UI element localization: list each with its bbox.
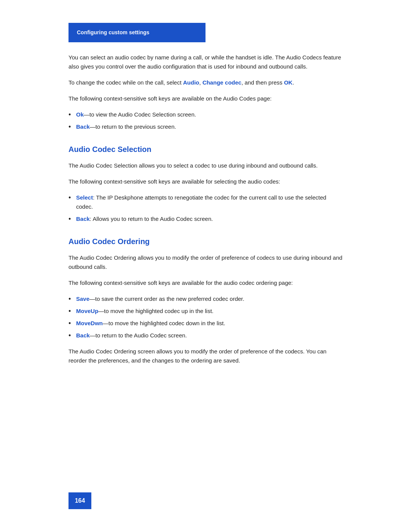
section1-bullet-list: Select: The IP Deskphone attempts to ren… — [68, 193, 342, 224]
intro-para2: To change the codec while on the call, s… — [68, 78, 342, 87]
callout-box: Configuring custom settings — [68, 23, 206, 42]
list-item: Save—to save the current order as the ne… — [68, 294, 342, 304]
intro-para2-prefix: To change the codec while on the call, s… — [68, 79, 183, 86]
section2-bullet1-text: —to save the current order as the new pr… — [89, 296, 244, 302]
section2-heading: Audio Codec Ordering — [68, 236, 342, 247]
section2-bullet4-text: —to return to the Audio Codec screen. — [90, 332, 187, 339]
section1-para2: The following context-sensitive soft key… — [68, 177, 342, 186]
page-number-box: 164 — [68, 492, 91, 509]
intro-para2-comma: , — [199, 79, 202, 86]
list-item: MoveUp—to move the highlighted codec up … — [68, 307, 342, 316]
section1-heading: Audio Codec Selection — [68, 144, 342, 155]
intro-para3: The following context-sensitive soft key… — [68, 94, 342, 103]
section2-bullet2-text: —to move the highlighted codec up in the… — [98, 308, 213, 314]
intro-ok-link: OK — [284, 79, 293, 86]
callout-box-title: Configuring custom settings — [77, 29, 150, 35]
intro-audio-link: Audio — [183, 79, 199, 86]
list-item: Ok—to view the Audio Codec Selection scr… — [68, 110, 342, 119]
list-item: MoveDwn—to move the highlighted codec do… — [68, 319, 342, 328]
section1-para1: The Audio Codec Selection allows you to … — [68, 161, 342, 170]
section1-bullet2-bold: Back — [76, 216, 90, 222]
section2-para2: The following context-sensitive soft key… — [68, 278, 342, 288]
intro-bullet1-bold: Ok — [76, 111, 84, 118]
section2-bullet2-bold: MoveUp — [76, 308, 98, 314]
intro-bullet2-bold: Back — [76, 123, 90, 130]
intro-bullet-list: Ok—to view the Audio Codec Selection scr… — [68, 110, 342, 131]
section2-bullet-list: Save—to save the current order as the ne… — [68, 294, 342, 340]
section2-bullet4-bold: Back — [76, 332, 90, 339]
section2-para1: The Audio Codec Ordering allows you to m… — [68, 253, 342, 272]
section2-bullet3-text: —to move the highlighted codec down in t… — [103, 320, 225, 326]
list-item: Back—to return to the previous screen. — [68, 122, 342, 131]
list-item: Back—to return to the Audio Codec screen… — [68, 331, 342, 340]
page-number: 164 — [75, 496, 85, 505]
intro-bullet1-text: —to view the Audio Codec Selection scree… — [84, 111, 196, 118]
section1-bullet1-bold: Select — [76, 194, 93, 201]
list-item: Back: Allows you to return to the Audio … — [68, 214, 342, 224]
intro-change-codec-link: Change codec — [202, 79, 242, 86]
section2-para3: The Audio Codec Ordering screen allows y… — [68, 347, 342, 365]
section1-bullet2-text: Allows you to return to the Audio Codec … — [92, 216, 213, 222]
page-container: Configuring custom settings You can sele… — [0, 0, 411, 532]
section2-bullet3-bold: MoveDwn — [76, 320, 103, 326]
intro-para1: You can select an audio codec by name du… — [68, 53, 342, 71]
intro-para2-end: . — [293, 79, 294, 86]
section2-bullet1-bold: Save — [76, 296, 89, 302]
intro-bullet2-text: —to return to the previous screen. — [90, 123, 176, 130]
intro-para2-suffix: , and then press — [241, 79, 284, 86]
section1-bullet1-text: The IP Deskphone attempts to renegotiate… — [76, 194, 326, 210]
list-item: Select: The IP Deskphone attempts to ren… — [68, 193, 342, 211]
